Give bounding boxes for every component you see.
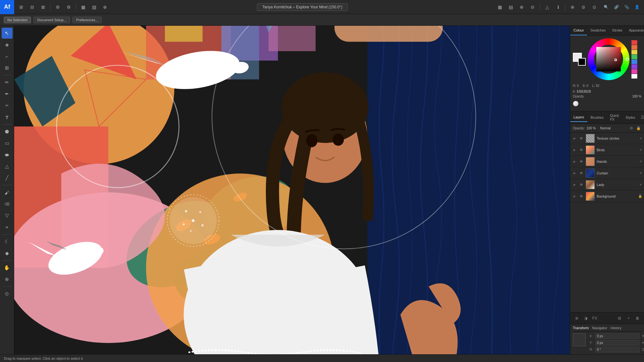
tab-appearance[interactable]: Appearance bbox=[626, 26, 644, 35]
swatch-green[interactable] bbox=[631, 55, 637, 59]
line-tool[interactable]: ╱ bbox=[2, 172, 13, 183]
link-icon[interactable]: ⊕ bbox=[516, 2, 527, 12]
hex-value[interactable]: EBEBEB bbox=[577, 89, 591, 93]
tab-navigator[interactable]: Navigator bbox=[592, 326, 607, 330]
minus-icon[interactable]: ⊘ bbox=[527, 2, 538, 12]
settings2-icon[interactable]: ⚙ bbox=[63, 2, 74, 12]
layer-vis-birds[interactable]: 👁 bbox=[579, 147, 584, 153]
settings-icon[interactable]: ⚙ bbox=[52, 2, 63, 12]
layer-vis-bg[interactable]: 👁 bbox=[579, 194, 584, 199]
snapping-icon[interactable]: ⊟ bbox=[27, 2, 37, 12]
ellipse-tool[interactable]: ⬬ bbox=[2, 149, 13, 160]
layer-new-icon[interactable]: ⊕ bbox=[573, 314, 581, 322]
document-setup-btn[interactable]: Document Setup... bbox=[33, 17, 70, 23]
swatch-blue[interactable] bbox=[631, 60, 637, 64]
layer-expand-bg[interactable]: ▶ bbox=[572, 194, 577, 199]
zoom-tool[interactable]: ⊕ bbox=[2, 274, 13, 285]
x-input[interactable] bbox=[595, 333, 639, 339]
tab-swatches[interactable]: Swatches bbox=[587, 26, 609, 35]
y-input[interactable] bbox=[595, 340, 639, 346]
transform-icon[interactable]: △ bbox=[542, 2, 552, 12]
layer-hands[interactable]: ▶ 👁 Hands ✓ bbox=[570, 156, 644, 167]
swatch-red[interactable] bbox=[631, 40, 637, 45]
search-icon[interactable]: 🔍 bbox=[601, 3, 611, 12]
preferences-btn[interactable]: Preferences... bbox=[72, 17, 101, 23]
layer-visibility-icon[interactable]: 👁 bbox=[579, 136, 584, 141]
snap-icon[interactable]: ▧ bbox=[89, 2, 99, 12]
layer-delete-icon[interactable]: 🗑 bbox=[634, 314, 641, 322]
freehand-tool[interactable]: ✏ bbox=[2, 77, 13, 88]
tab-colour[interactable]: Colour bbox=[570, 26, 587, 35]
no-selection-btn[interactable]: No Selection bbox=[4, 17, 31, 23]
tab-brushes[interactable]: Brushes bbox=[587, 113, 607, 122]
node-tool[interactable]: ◈ bbox=[2, 39, 13, 50]
view-icon[interactable]: ▦ bbox=[78, 2, 88, 12]
layer-lock-icon-bg[interactable]: 🔒 bbox=[638, 194, 642, 198]
hand-tool[interactable]: ✋ bbox=[2, 262, 13, 273]
triangle-tool[interactable]: △ bbox=[2, 161, 13, 172]
circle-icon[interactable]: ⊘ bbox=[578, 2, 589, 12]
canvas-area[interactable] bbox=[14, 26, 570, 354]
layers-gear-icon[interactable]: ⚙ bbox=[629, 125, 634, 131]
layer-group-icon[interactable]: ⊞ bbox=[616, 314, 623, 322]
layers-tab-menu-icon[interactable]: ☰ bbox=[638, 114, 644, 121]
rectangle-tool[interactable]: ▭ bbox=[2, 138, 13, 149]
color-picker-tool[interactable]: ⊙ bbox=[2, 288, 13, 299]
pen-tool[interactable]: ✒ bbox=[2, 88, 13, 99]
swatch-purple[interactable] bbox=[631, 64, 637, 69]
swatch-white[interactable] bbox=[631, 74, 637, 79]
layer-background[interactable]: ▶ 👁 Background 🔒 bbox=[570, 190, 644, 202]
tab-layers[interactable]: Layers bbox=[570, 113, 587, 122]
color-saturation-box[interactable] bbox=[596, 47, 621, 71]
layers-opacity-value[interactable]: 100 % bbox=[587, 126, 598, 130]
layer-texture-circles[interactable]: ▶ 👁 Texture circles ✓ bbox=[570, 133, 644, 144]
color-wheel[interactable] bbox=[588, 38, 630, 80]
new-doc-icon[interactable]: ⊞ bbox=[16, 2, 26, 12]
layer-expand-hands[interactable]: ▶ bbox=[572, 159, 577, 164]
export-icon[interactable]: ▤ bbox=[506, 2, 516, 12]
flood-fill-tool[interactable]: ▽ bbox=[2, 210, 13, 221]
layer-expand-curtain[interactable]: ▶ bbox=[572, 171, 577, 175]
layer-expand-icon[interactable]: ▶ bbox=[572, 136, 577, 141]
user-icon[interactable]: 👤 bbox=[632, 3, 641, 12]
add2-icon[interactable]: ⊕ bbox=[567, 2, 578, 12]
pencil-tool[interactable]: ✏ bbox=[2, 100, 13, 111]
info-icon[interactable]: ℹ bbox=[553, 2, 563, 12]
color-hue-ring[interactable] bbox=[588, 38, 630, 80]
layer-expand-lady[interactable]: ▶ bbox=[572, 182, 577, 187]
erase-tool[interactable]: ⌫ bbox=[2, 199, 13, 209]
layer-vis-curtain[interactable]: 👁 bbox=[579, 171, 584, 176]
corner-tool[interactable]: ⌐ bbox=[2, 51, 13, 62]
tab-history[interactable]: History bbox=[611, 326, 621, 330]
layer-expand-birds[interactable]: ▶ bbox=[572, 148, 577, 152]
select-tool[interactable]: ↖ bbox=[2, 28, 13, 39]
swatch-yellow[interactable] bbox=[631, 50, 637, 54]
layer-birds[interactable]: ▶ 👁 Birds ✓ bbox=[570, 144, 644, 156]
paint-brush-tool[interactable]: 🖌 bbox=[2, 187, 13, 198]
link2-icon[interactable]: 🔗 bbox=[612, 3, 621, 12]
layer-curtain[interactable]: ▶ 👁 Curtain ✓ bbox=[570, 167, 644, 179]
r-input[interactable] bbox=[595, 347, 639, 352]
swatch-pink[interactable] bbox=[631, 69, 637, 74]
layer-lady[interactable]: ▶ 👁 Lady ✓ bbox=[570, 179, 644, 190]
color-indicator-dot[interactable] bbox=[573, 101, 579, 107]
tab-transform[interactable]: Transform bbox=[573, 326, 589, 330]
shape-tool[interactable]: ⬟ bbox=[2, 126, 13, 137]
swatch-orange[interactable] bbox=[631, 45, 637, 50]
smear-tool[interactable]: ≋ bbox=[2, 222, 13, 233]
layer-vis-lady[interactable]: 👁 bbox=[579, 182, 584, 187]
grid-icon[interactable]: ⊠ bbox=[38, 2, 48, 12]
layer-add-btn[interactable]: + bbox=[625, 314, 632, 322]
sharpen-tool[interactable]: ◆ bbox=[2, 248, 13, 259]
layer-fx-icon[interactable]: FX bbox=[591, 314, 599, 322]
layer-vis-hands[interactable]: 👁 bbox=[579, 159, 584, 164]
tab-quick-fx[interactable]: Quick FX bbox=[607, 111, 622, 124]
tab-styles[interactable]: Styles bbox=[622, 113, 639, 122]
text-tool[interactable]: T bbox=[2, 112, 13, 123]
arrange-icon[interactable]: ▦ bbox=[495, 2, 505, 12]
layer-adjust-icon[interactable]: ◑ bbox=[582, 314, 590, 322]
layers-blend-mode[interactable]: Normal bbox=[600, 126, 611, 130]
transform-tool[interactable]: ⊞ bbox=[2, 62, 13, 73]
add-icon[interactable]: ⊕ bbox=[100, 2, 110, 12]
ring-icon[interactable]: ⊙ bbox=[589, 2, 600, 12]
